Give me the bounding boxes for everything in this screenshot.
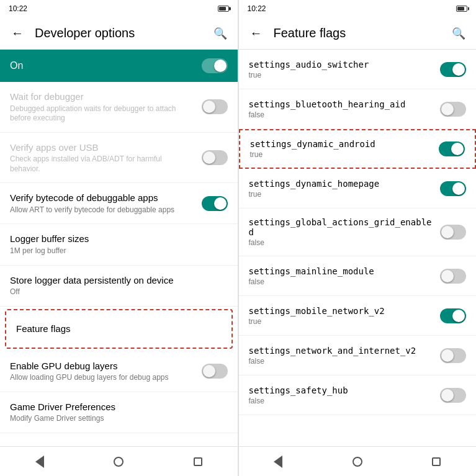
right-back-icon: ←	[250, 26, 263, 40]
flag-global-actions-grid-value: false	[249, 238, 433, 247]
verify-usb-title: Verify apps over USB	[10, 141, 194, 154]
verify-usb-item[interactable]: Verify apps over USB Check apps installe…	[0, 133, 238, 184]
left-nav-home[interactable]	[104, 447, 133, 477]
store-logger-subtitle: Off	[10, 287, 220, 297]
flag-network-internet-v2-value: false	[249, 357, 433, 366]
left-app-bar: ← Developer options 🔍	[0, 17, 238, 50]
flag-dynamic-homepage[interactable]: settings_dynamic_homepage true	[239, 169, 477, 209]
logger-buffer-item[interactable]: Logger buffer sizes 1M per log buffer	[0, 224, 238, 265]
right-nav-back-icon	[274, 456, 282, 468]
flag-dynamic-homepage-name: settings_dynamic_homepage	[249, 179, 433, 189]
flag-global-actions-grid-name: settings_global_actions_grid_enabled	[249, 217, 433, 237]
flag-safety-hub[interactable]: settings_safety_hub false	[239, 375, 477, 415]
flag-dynamic-android-value: true	[250, 150, 432, 159]
right-back-button[interactable]: ←	[244, 21, 269, 46]
left-nav-back[interactable]	[25, 447, 55, 477]
wait-debugger-subtitle: Debugged application waits for debugger …	[10, 104, 194, 123]
verify-bytecode-toggle[interactable]	[202, 196, 228, 211]
on-label: On	[10, 60, 23, 71]
flag-mainline-module-name: settings_mainline_module	[249, 266, 433, 276]
flag-dynamic-android-toggle[interactable]	[439, 141, 465, 156]
wait-debugger-toggle[interactable]	[202, 99, 228, 114]
flag-network-internet-v2-toggle[interactable]	[440, 348, 466, 363]
left-nav-recents-icon	[194, 457, 202, 466]
game-driver-title: Game Driver Preferences	[10, 401, 220, 413]
left-search-icon: 🔍	[213, 27, 227, 40]
flag-bluetooth-hearing-aid[interactable]: settings_bluetooth_hearing_aid false	[239, 89, 477, 129]
flag-bluetooth-hearing-aid-toggle[interactable]	[440, 102, 466, 117]
right-nav-back[interactable]	[263, 447, 293, 477]
right-search-button[interactable]: 🔍	[446, 21, 471, 46]
left-page-title: Developer options	[35, 26, 208, 40]
flag-audio-switcher-value: true	[249, 71, 433, 79]
flag-global-actions-grid[interactable]: settings_global_actions_grid_enabled fal…	[239, 209, 477, 256]
verify-bytecode-item[interactable]: Verify bytecode of debuggable apps Allow…	[0, 183, 238, 224]
flag-safety-hub-name: settings_safety_hub	[249, 385, 433, 395]
right-nav-recents-icon	[432, 457, 441, 466]
right-battery-icon	[456, 6, 467, 12]
flag-network-internet-v2-name: settings_network_and_internet_v2	[249, 346, 433, 356]
game-driver-item[interactable]: Game Driver Preferences Modify Game Driv…	[0, 392, 238, 433]
right-nav-recents[interactable]	[421, 447, 451, 477]
gpu-debug-subtitle: Allow loading GPU debug layers for debug…	[10, 373, 194, 383]
wait-debugger-title: Wait for debugger	[10, 91, 194, 103]
store-logger-item[interactable]: Store logger data persistently on device…	[0, 266, 238, 307]
gpu-debug-toggle[interactable]	[202, 364, 228, 379]
right-panel: 10:22 ← Feature flags 🔍 settings_audio_s…	[238, 0, 477, 476]
flag-global-actions-grid-toggle[interactable]	[440, 225, 466, 240]
flag-safety-hub-value: false	[249, 397, 433, 405]
feature-flags-title: Feature flags	[16, 323, 214, 335]
right-nav-bar	[239, 446, 477, 476]
flag-mainline-module[interactable]: settings_mainline_module false	[239, 256, 477, 296]
flag-network-internet-v2[interactable]: settings_network_and_internet_v2 false	[239, 336, 477, 375]
system-tracing-item[interactable]: System Tracing	[0, 433, 238, 446]
flag-dynamic-android[interactable]: settings_dynamic_android true	[239, 129, 477, 169]
verify-bytecode-subtitle: Allow ART to verify bytecode for debugga…	[10, 205, 194, 215]
flag-dynamic-homepage-value: true	[249, 190, 433, 199]
wait-debugger-item[interactable]: Wait for debugger Debugged application w…	[0, 82, 238, 133]
gpu-debug-item[interactable]: Enable GPU debug layers Allow loading GP…	[0, 351, 238, 392]
right-search-icon: 🔍	[452, 27, 465, 40]
flag-mainline-module-toggle[interactable]	[440, 269, 466, 284]
flag-mobile-network-v2-toggle[interactable]	[440, 308, 466, 323]
flags-list: settings_audio_switcher true settings_bl…	[239, 50, 477, 446]
logger-buffer-subtitle: 1M per log buffer	[10, 246, 220, 256]
right-status-bar: 10:22	[239, 0, 477, 17]
left-battery-icon	[218, 6, 229, 12]
left-panel: 10:22 ← Developer options 🔍 On Wait for …	[0, 0, 238, 476]
game-driver-subtitle: Modify Game Driver settings	[10, 414, 220, 424]
left-back-icon: ←	[11, 26, 24, 40]
flag-audio-switcher-toggle[interactable]	[440, 62, 466, 77]
developer-options-on-row[interactable]: On	[0, 50, 238, 82]
verify-usb-toggle[interactable]	[202, 150, 228, 165]
left-content: On Wait for debugger Debugged applicatio…	[0, 50, 238, 446]
store-logger-title: Store logger data persistently on device	[10, 274, 220, 287]
left-back-button[interactable]: ←	[5, 21, 30, 46]
right-nav-home[interactable]	[343, 447, 372, 477]
flag-mainline-module-value: false	[249, 277, 433, 286]
gpu-debug-title: Enable GPU debug layers	[10, 360, 194, 372]
flag-audio-switcher[interactable]: settings_audio_switcher true	[239, 50, 477, 89]
left-status-bar: 10:22	[0, 0, 238, 17]
right-page-title: Feature flags	[274, 26, 447, 40]
flag-dynamic-android-name: settings_dynamic_android	[250, 139, 432, 149]
flag-bluetooth-hearing-aid-name: settings_bluetooth_hearing_aid	[249, 99, 433, 109]
flag-bluetooth-hearing-aid-value: false	[249, 110, 433, 119]
left-time: 10:22	[9, 4, 27, 13]
verify-usb-subtitle: Check apps installed via ADB/ADT for har…	[10, 155, 194, 174]
left-nav-recents[interactable]	[183, 447, 213, 477]
logger-buffer-title: Logger buffer sizes	[10, 233, 220, 245]
right-time: 10:22	[248, 4, 266, 13]
right-nav-home-icon	[353, 457, 362, 467]
left-nav-bar	[0, 446, 238, 476]
left-nav-back-icon	[35, 456, 44, 468]
flag-dynamic-homepage-toggle[interactable]	[440, 181, 466, 196]
flag-safety-hub-toggle[interactable]	[440, 388, 466, 403]
developer-options-toggle[interactable]	[202, 58, 228, 73]
flag-mobile-network-v2-name: settings_mobile_network_v2	[249, 306, 433, 316]
flag-mobile-network-v2[interactable]: settings_mobile_network_v2 true	[239, 296, 477, 336]
feature-flags-item[interactable]: Feature flags	[5, 309, 233, 349]
left-search-button[interactable]: 🔍	[208, 21, 233, 46]
left-nav-home-icon	[114, 457, 123, 467]
flag-mobile-network-v2-value: true	[249, 317, 433, 326]
